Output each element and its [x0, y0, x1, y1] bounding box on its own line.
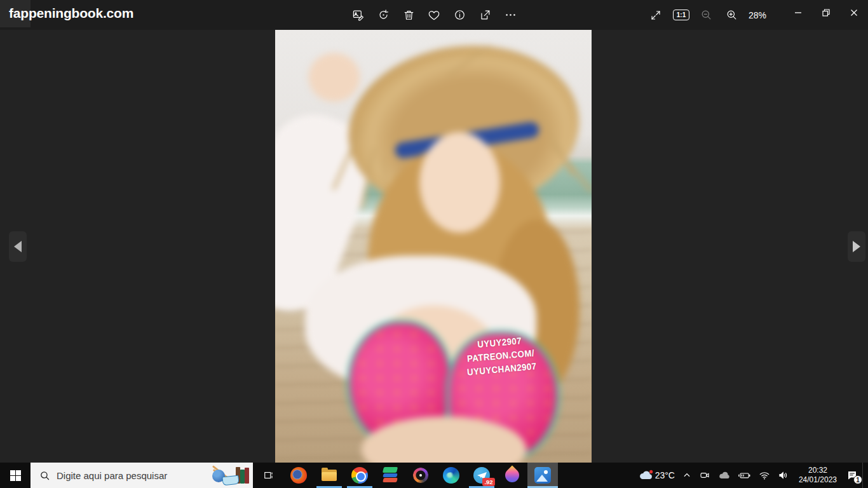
search-input[interactable] [57, 470, 211, 481]
firefox-icon [290, 467, 307, 484]
minimize-icon[interactable] [784, 0, 812, 25]
file-explorer-icon [321, 467, 337, 484]
tray-clock[interactable]: 20:32 24/01/2023 [794, 466, 842, 485]
temperature-label: 23°C [655, 470, 675, 480]
taskbar: .92 23°C [0, 463, 868, 488]
zoom-in-icon[interactable] [719, 0, 745, 30]
close-icon[interactable] [840, 0, 868, 25]
edit-image-icon[interactable] [345, 0, 370, 30]
clock-time: 20:32 [799, 466, 837, 475]
telegram-icon: .92 [473, 467, 490, 484]
photo-subject-abstract [275, 30, 592, 463]
view-controls: 1:1 28% [643, 0, 773, 30]
fit-to-window-icon[interactable] [643, 0, 668, 30]
photos-icon [534, 467, 551, 484]
action-center-button[interactable]: 1 [843, 463, 861, 488]
cloud-alert-icon [639, 469, 654, 482]
taskbar-item-photos[interactable] [527, 463, 558, 488]
previous-arrow-icon[interactable] [9, 231, 27, 262]
delete-icon[interactable] [396, 0, 421, 30]
taskbar-item-file-explorer[interactable] [314, 463, 344, 488]
taskbar-item-bluestacks[interactable] [375, 463, 405, 488]
telegram-badge: .92 [482, 478, 495, 486]
meet-now-icon[interactable] [696, 463, 714, 488]
search-icon [39, 470, 50, 481]
photo-viewer: UYUY2907 PATREON.COM/ UYUYCHAN2907 [0, 30, 868, 463]
restore-icon[interactable] [812, 0, 840, 25]
actual-size-button[interactable]: 1:1 [668, 0, 694, 30]
window-title: fappeningbook.com [9, 6, 133, 21]
titlebar: fappeningbook.com [0, 0, 868, 30]
taskbar-item-music-player[interactable] [405, 463, 436, 488]
bluestacks-icon [382, 467, 398, 484]
search-highlight-graphic [211, 464, 249, 486]
open-book-icon [222, 475, 239, 486]
music-player-icon [412, 467, 429, 484]
taskbar-apps: .92 [283, 463, 558, 488]
taskbar-item-pixlr[interactable] [497, 463, 527, 488]
zoom-out-icon[interactable] [694, 0, 719, 30]
battery-charging-icon[interactable] [735, 463, 754, 488]
start-button[interactable] [0, 463, 31, 488]
next-arrow-icon[interactable] [848, 231, 865, 262]
see-more-icon[interactable] [498, 0, 523, 30]
wifi-icon[interactable] [756, 463, 773, 488]
favorite-heart-icon[interactable] [421, 0, 447, 30]
notification-count-badge: 1 [853, 475, 862, 484]
show-desktop-strip[interactable] [862, 463, 865, 488]
clock-date: 24/01/2023 [799, 475, 837, 485]
edge-icon [443, 467, 459, 484]
onedrive-icon[interactable] [715, 463, 734, 488]
weather-button[interactable]: 23°C [635, 463, 678, 488]
taskbar-item-chrome[interactable] [344, 463, 375, 488]
system-tray: 23°C [635, 463, 868, 488]
zoom-level[interactable]: 28% [745, 10, 773, 20]
share-icon[interactable] [472, 0, 498, 30]
taskbar-item-edge[interactable] [436, 463, 466, 488]
task-view-button[interactable] [253, 463, 283, 488]
tray-chevron-up-icon[interactable] [679, 463, 695, 488]
paint-droplet-icon [504, 467, 520, 484]
screen: fappeningbook.com [0, 0, 868, 488]
photo-canvas[interactable]: UYUY2907 PATREON.COM/ UYUYCHAN2907 [275, 30, 592, 463]
chrome-icon [351, 467, 368, 484]
photo-toolbar [345, 0, 523, 30]
window-controls [784, 0, 868, 25]
taskbar-item-firefox[interactable] [283, 463, 314, 488]
task-view-icon [262, 470, 274, 481]
volume-icon[interactable] [775, 463, 792, 488]
info-icon[interactable] [447, 0, 472, 30]
rotate-icon[interactable] [370, 0, 396, 30]
taskbar-item-telegram[interactable]: .92 [466, 463, 497, 488]
actual-size-label: 1:1 [673, 10, 689, 20]
taskbar-search[interactable] [31, 463, 253, 488]
windows-logo-icon [10, 470, 21, 481]
